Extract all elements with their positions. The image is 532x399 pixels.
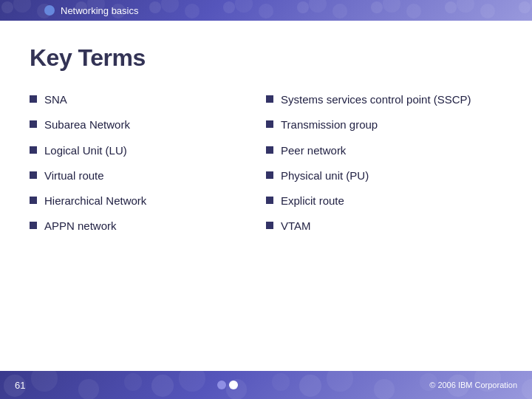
list-item: Systems services control point (SSCP) xyxy=(266,92,502,107)
copyright-text: © 2006 IBM Corporation xyxy=(429,381,517,389)
term-virtual-route: Virtual route xyxy=(44,168,104,183)
left-column: SNA Subarea Network Logical Unit (LU) Vi… xyxy=(30,92,266,234)
term-hierarchical-network: Hierarchical Network xyxy=(44,194,146,208)
bullet-icon xyxy=(30,197,37,204)
bullet-icon xyxy=(266,197,273,204)
term-explicit-route: Explicit route xyxy=(281,194,344,208)
terms-container: SNA Subarea Network Logical Unit (LU) Vi… xyxy=(30,92,502,234)
list-item: VTAM xyxy=(266,219,502,233)
term-sna: SNA xyxy=(44,92,67,107)
list-item: Transmission group xyxy=(266,117,502,132)
bullet-icon xyxy=(266,222,273,229)
term-subarea-network: Subarea Network xyxy=(44,117,130,132)
footer-decoration xyxy=(217,381,238,389)
list-item: Peer network xyxy=(266,143,502,158)
header-bar: Networking basics xyxy=(0,0,532,21)
main-content: Key Terms SNA Subarea Network Logical Un… xyxy=(0,21,532,371)
right-column: Systems services control point (SSCP) Tr… xyxy=(266,92,502,234)
bullet-icon xyxy=(30,120,37,128)
list-item: APPN network xyxy=(30,219,266,233)
list-item: Virtual route xyxy=(30,168,266,183)
page-title: Key Terms xyxy=(30,44,502,72)
bullet-icon xyxy=(266,171,273,179)
header-dot xyxy=(44,5,55,16)
bullet-icon xyxy=(266,146,273,154)
list-item: Physical unit (PU) xyxy=(266,168,502,183)
bullet-icon xyxy=(266,120,273,128)
list-item: Subarea Network xyxy=(30,117,266,132)
term-peer-network: Peer network xyxy=(281,143,346,158)
bullet-icon xyxy=(30,95,37,103)
header-title: Networking basics xyxy=(61,5,139,16)
term-sscp: Systems services control point (SSCP) xyxy=(281,92,471,107)
bullet-icon xyxy=(30,222,37,229)
footer-dot-active xyxy=(229,381,238,389)
page-number: 61 xyxy=(15,380,25,391)
list-item: Explicit route xyxy=(266,194,502,208)
list-item: Hierarchical Network xyxy=(30,194,266,208)
term-logical-unit: Logical Unit (LU) xyxy=(44,143,127,158)
term-appn-network: APPN network xyxy=(44,219,117,233)
bullet-icon xyxy=(266,95,273,103)
term-physical-unit: Physical unit (PU) xyxy=(281,168,369,183)
term-vtam: VTAM xyxy=(281,219,311,233)
bullet-icon xyxy=(30,171,37,179)
bullet-icon xyxy=(30,146,37,154)
term-transmission-group: Transmission group xyxy=(281,117,378,132)
footer-bar: 61 © 2006 IBM Corporation xyxy=(0,371,532,399)
footer-dot xyxy=(217,381,226,389)
list-item: SNA xyxy=(30,92,266,107)
list-item: Logical Unit (LU) xyxy=(30,143,266,158)
